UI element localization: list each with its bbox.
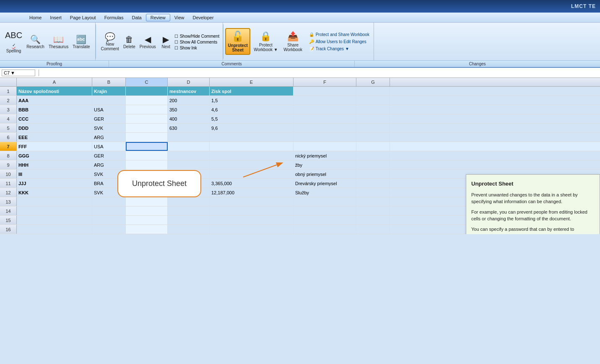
cell-d8[interactable]	[168, 151, 210, 160]
formula-input[interactable]	[42, 70, 598, 75]
cell-g3[interactable]	[356, 105, 390, 114]
menu-formulas[interactable]: Formulas	[100, 14, 128, 21]
cell-d13[interactable]	[168, 197, 210, 206]
menu-developer[interactable]: Developer	[188, 14, 218, 21]
col-header-d[interactable]: D	[168, 78, 210, 86]
cell-e15[interactable]	[210, 216, 294, 225]
cell-c9[interactable]	[126, 160, 168, 169]
cell-g6[interactable]	[356, 133, 390, 142]
cell-b6[interactable]: ARG	[92, 133, 126, 142]
cell-a6[interactable]: EEE	[17, 133, 92, 142]
cell-g11[interactable]	[356, 179, 390, 188]
thesaurus-button[interactable]: 📖 Thesaurus	[47, 34, 70, 50]
cell-e5[interactable]: 9,6	[210, 124, 294, 132]
cell-e7[interactable]	[210, 142, 294, 151]
cell-c2[interactable]	[126, 96, 168, 105]
cell-d1[interactable]: mestnancov	[168, 87, 210, 96]
col-header-e[interactable]: E	[210, 78, 294, 86]
research-button[interactable]: 🔍 Research	[25, 34, 46, 50]
cell-e14[interactable]	[210, 207, 294, 215]
col-header-a[interactable]: A	[17, 78, 92, 86]
cell-reference-box[interactable]: C7 ▼	[2, 70, 35, 76]
cell-c8[interactable]	[126, 151, 168, 160]
next-button[interactable]: ▶ Next	[158, 34, 174, 50]
cell-c16[interactable]	[126, 225, 168, 234]
cell-c13[interactable]	[126, 197, 168, 206]
cell-b16[interactable]	[92, 225, 126, 234]
protect-share-workbook-button[interactable]: 🔒 Protect and Share Workbook	[306, 31, 372, 38]
cell-f13[interactable]	[294, 197, 356, 206]
cell-e1[interactable]: Zisk spol	[210, 87, 294, 96]
cell-e3[interactable]: 4,6	[210, 105, 294, 114]
cell-b13[interactable]	[92, 197, 126, 206]
cell-c6[interactable]	[126, 133, 168, 142]
cell-g7[interactable]	[356, 142, 390, 151]
cell-a12[interactable]: KKK	[17, 188, 92, 197]
cell-g4[interactable]	[356, 114, 390, 123]
cell-f14[interactable]	[294, 207, 356, 215]
translate-button[interactable]: 🔤 Translate	[71, 34, 91, 50]
delete-button[interactable]: 🗑 Delete	[122, 34, 137, 50]
cell-a15[interactable]	[17, 216, 92, 225]
cell-g5[interactable]	[356, 124, 390, 132]
col-header-c[interactable]: C	[126, 78, 168, 86]
cell-a5[interactable]: DDD	[17, 124, 92, 132]
cell-b3[interactable]: USA	[92, 105, 126, 114]
cell-a16[interactable]	[17, 225, 92, 234]
cell-d9[interactable]	[168, 160, 210, 169]
cell-f6[interactable]	[294, 133, 356, 142]
col-header-b[interactable]: B	[92, 78, 126, 86]
cell-g15[interactable]	[356, 216, 390, 225]
previous-button[interactable]: ◀ Previous	[138, 34, 158, 50]
cell-e6[interactable]	[210, 133, 294, 142]
cell-a13[interactable]	[17, 197, 92, 206]
menu-insert[interactable]: Insert	[46, 14, 66, 21]
cell-a10[interactable]: III	[17, 170, 92, 178]
cell-d15[interactable]	[168, 216, 210, 225]
cell-a9[interactable]: HHH	[17, 160, 92, 169]
cell-e4[interactable]: 5,5	[210, 114, 294, 123]
track-changes-button[interactable]: 📝 Track Changes ▼	[306, 46, 372, 52]
cell-f9[interactable]: žby	[294, 160, 356, 169]
cell-a14[interactable]	[17, 207, 92, 215]
cell-c4[interactable]	[126, 114, 168, 123]
cell-f3[interactable]	[294, 105, 356, 114]
allow-users-button[interactable]: 🔑 Allow Users to Edit Ranges	[306, 39, 372, 45]
cell-d7[interactable]	[168, 142, 210, 151]
cell-d2[interactable]: 200	[168, 96, 210, 105]
cell-c3[interactable]	[126, 105, 168, 114]
cell-b8[interactable]: GER	[92, 151, 126, 160]
cell-f10[interactable]: obný priemysel	[294, 170, 356, 178]
new-comment-button[interactable]: 💬 NewComment	[99, 32, 121, 52]
menu-view[interactable]: View	[170, 14, 189, 21]
cell-e12[interactable]: 12,187,000	[210, 188, 294, 197]
cell-g10[interactable]	[356, 170, 390, 178]
cell-d5[interactable]: 630	[168, 124, 210, 132]
cell-a2[interactable]: AAA	[17, 96, 92, 105]
cell-d3[interactable]: 350	[168, 105, 210, 114]
cell-e16[interactable]	[210, 225, 294, 234]
cell-d16[interactable]	[168, 225, 210, 234]
cell-c15[interactable]	[126, 216, 168, 225]
cell-b7[interactable]: USA	[92, 142, 126, 151]
cell-g1[interactable]	[356, 87, 390, 96]
cell-c1[interactable]	[126, 87, 168, 96]
cell-g9[interactable]	[356, 160, 390, 169]
cell-a4[interactable]: CCC	[17, 114, 92, 123]
cell-g2[interactable]	[356, 96, 390, 105]
cell-d14[interactable]	[168, 207, 210, 215]
col-header-g[interactable]: G	[356, 78, 390, 86]
cell-g12[interactable]	[356, 188, 390, 197]
cell-g13[interactable]	[356, 197, 390, 206]
cell-g16[interactable]	[356, 225, 390, 234]
cell-b4[interactable]: GER	[92, 114, 126, 123]
menu-home[interactable]: Home	[25, 14, 46, 21]
cell-c5[interactable]	[126, 124, 168, 132]
spelling-button[interactable]: ABC✓ Spelling	[3, 30, 24, 54]
cell-f5[interactable]	[294, 124, 356, 132]
menu-data[interactable]: Data	[127, 14, 145, 21]
cell-f4[interactable]	[294, 114, 356, 123]
cell-f1[interactable]	[294, 87, 356, 96]
share-workbook-button[interactable]: 📤 ShareWorkbook	[281, 30, 305, 53]
cell-f2[interactable]	[294, 96, 356, 105]
